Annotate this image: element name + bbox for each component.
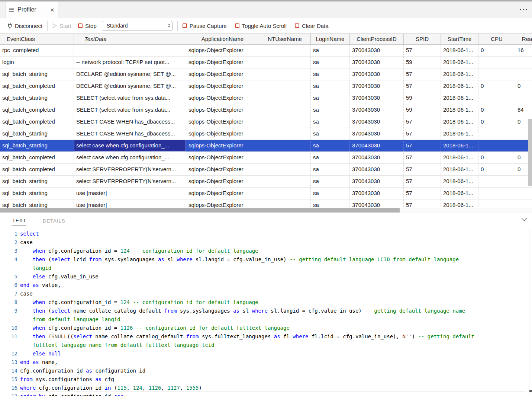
table-row[interactable]: sql_batch_startingSELECT CASE WHEN has_d… bbox=[0, 128, 532, 140]
table-cell[interactable]: sqlops-ObjectExplorer bbox=[186, 45, 259, 56]
table-cell[interactable]: 370043030 bbox=[350, 116, 404, 128]
table-cell[interactable] bbox=[259, 68, 311, 80]
table-cell[interactable]: sqlops-ObjectExplorer bbox=[186, 128, 259, 140]
table-cell[interactable]: sqlops-ObjectExplorer bbox=[186, 188, 259, 199]
table-cell[interactable]: 0 bbox=[478, 116, 515, 128]
table-row[interactable]: sql_batch_completedSELECT (select value … bbox=[0, 104, 532, 116]
toggle-auto-scroll-button[interactable]: Toggle Auto Scroll bbox=[235, 23, 287, 29]
table-row[interactable]: sql_batch_startingselect SERVERPROPERTY(… bbox=[0, 176, 532, 188]
column-header-textdata[interactable]: TextData bbox=[74, 34, 186, 44]
table-cell[interactable]: sa bbox=[311, 104, 350, 116]
table-cell[interactable]: 57 bbox=[404, 128, 441, 140]
table-cell[interactable]: sql_batch_starting bbox=[0, 92, 74, 104]
pause-capture-button[interactable]: Pause Capture bbox=[183, 23, 227, 29]
table-cell[interactable]: select case when cfg.configuration_... bbox=[74, 140, 186, 151]
table-cell[interactable]: select SERVERPROPERTY(N'servern... bbox=[74, 164, 186, 175]
table-cell[interactable]: sql_batch_starting bbox=[0, 128, 74, 140]
table-cell[interactable] bbox=[259, 128, 311, 140]
table-cell[interactable] bbox=[259, 45, 311, 56]
table-cell[interactable]: 2018-06-1... bbox=[441, 140, 478, 151]
table-cell[interactable] bbox=[478, 176, 515, 187]
editor-scrollbar-thumb[interactable] bbox=[529, 390, 532, 392]
table-cell[interactable]: 2018-06-1... bbox=[441, 92, 478, 104]
table-cell[interactable] bbox=[478, 68, 515, 80]
table-cell[interactable] bbox=[515, 92, 532, 104]
table-cell[interactable]: sql_batch_starting bbox=[0, 140, 74, 151]
column-header-cpu[interactable]: CPU bbox=[478, 34, 515, 44]
table-cell[interactable]: 370043030 bbox=[350, 164, 404, 175]
table-cell[interactable]: sqlops-ObjectExplorer bbox=[186, 176, 259, 187]
table-cell[interactable]: 57 bbox=[404, 140, 441, 151]
table-cell[interactable]: 370043030 bbox=[350, 176, 404, 187]
table-cell[interactable]: 16 bbox=[515, 45, 532, 56]
table-cell[interactable]: 2018-06-1... bbox=[441, 128, 478, 140]
table-cell[interactable]: DECLARE @edition sysname; SET @... bbox=[74, 80, 186, 92]
column-header-spid[interactable]: SPID bbox=[404, 34, 441, 44]
column-header-starttime[interactable]: StartTime bbox=[441, 34, 478, 44]
close-icon[interactable]: × bbox=[50, 6, 54, 13]
table-cell[interactable]: 2018-06-1... bbox=[441, 80, 478, 92]
table-cell[interactable]: sa bbox=[311, 128, 350, 140]
horizontal-scrollbar-track[interactable] bbox=[0, 208, 532, 213]
table-row[interactable]: sql_batch_completedDECLARE @edition sysn… bbox=[0, 80, 532, 92]
table-cell[interactable]: 370043030 bbox=[350, 152, 404, 163]
table-cell[interactable]: sa bbox=[311, 68, 350, 80]
table-cell[interactable]: 2018-06-1... bbox=[441, 68, 478, 80]
table-cell[interactable] bbox=[515, 68, 532, 80]
table-cell[interactable] bbox=[259, 140, 311, 151]
table-cell[interactable]: sa bbox=[311, 188, 350, 199]
table-cell[interactable]: 59 bbox=[404, 57, 441, 68]
table-cell[interactable]: 2018-06-1... bbox=[441, 176, 478, 187]
table-cell[interactable]: 0 bbox=[478, 45, 515, 56]
table-cell[interactable]: sqlops-ObjectExplorer bbox=[186, 152, 259, 163]
table-row[interactable]: sql_batch_startingSELECT (select value f… bbox=[0, 92, 532, 104]
table-cell[interactable] bbox=[259, 57, 311, 68]
column-header-applicationname[interactable]: ApplicationName bbox=[186, 34, 259, 44]
table-cell[interactable]: 57 bbox=[404, 152, 441, 163]
table-cell[interactable] bbox=[478, 188, 515, 199]
chevron-down-icon[interactable] bbox=[521, 218, 528, 221]
table-cell[interactable]: sql_batch_completed bbox=[0, 116, 74, 128]
table-cell[interactable]: 370043030 bbox=[350, 140, 404, 151]
table-cell[interactable]: sqlops-ObjectExplorer bbox=[186, 92, 259, 104]
table-cell[interactable]: 57 bbox=[404, 45, 441, 56]
stop-button[interactable]: Stop bbox=[78, 23, 97, 29]
table-cell[interactable]: 0 bbox=[478, 152, 515, 163]
table-cell[interactable]: login bbox=[0, 57, 74, 68]
table-cell[interactable]: 370043030 bbox=[350, 128, 404, 140]
table-cell[interactable]: 59 bbox=[404, 92, 441, 104]
table-cell[interactable]: 57 bbox=[404, 176, 441, 187]
table-cell[interactable]: sql_batch_starting bbox=[0, 176, 74, 187]
table-cell[interactable]: 0 bbox=[478, 80, 515, 92]
table-cell[interactable]: sql_batch_completed bbox=[0, 164, 74, 175]
table-cell[interactable]: sql_batch_starting bbox=[0, 68, 74, 80]
table-cell[interactable] bbox=[259, 104, 311, 116]
table-row[interactable]: rpc_completedsqlops-ObjectExplorersa3700… bbox=[0, 45, 532, 57]
table-cell[interactable]: DECLARE @edition sysname; SET @... bbox=[74, 68, 186, 80]
table-cell[interactable]: sa bbox=[311, 164, 350, 175]
table-cell[interactable]: sql_batch_completed bbox=[0, 104, 74, 116]
table-cell[interactable]: 370043030 bbox=[350, 92, 404, 104]
column-header-clientprocessid[interactable]: ClientProcessID bbox=[350, 34, 404, 44]
table-cell[interactable] bbox=[259, 92, 311, 104]
table-cell[interactable]: 2018-06-1... bbox=[441, 188, 478, 199]
column-header-reads[interactable]: Reads bbox=[515, 34, 532, 44]
table-cell[interactable] bbox=[478, 57, 515, 68]
table-cell[interactable]: 370043030 bbox=[350, 104, 404, 116]
table-cell[interactable] bbox=[478, 92, 515, 104]
table-row-selected[interactable]: sql_batch_startingselect case when cfg.c… bbox=[0, 140, 532, 152]
table-cell[interactable] bbox=[478, 128, 515, 140]
tab-details[interactable]: DETAILS bbox=[43, 217, 65, 225]
table-cell[interactable]: use [master] bbox=[74, 188, 186, 199]
table-cell[interactable]: 57 bbox=[404, 80, 441, 92]
vertical-scrollbar[interactable] bbox=[528, 119, 532, 186]
table-cell[interactable]: 59 bbox=[404, 104, 441, 116]
table-row[interactable]: sql_batch_completedselect case when cfg.… bbox=[0, 152, 532, 164]
table-cell[interactable]: sql_batch_starting bbox=[0, 188, 74, 199]
table-cell[interactable]: sqlops-ObjectExplorer bbox=[186, 164, 259, 175]
table-cell[interactable]: sqlops-ObjectExplorer bbox=[186, 104, 259, 116]
table-cell[interactable]: 370043030 bbox=[350, 188, 404, 199]
table-cell[interactable]: sa bbox=[311, 92, 350, 104]
table-cell[interactable] bbox=[259, 80, 311, 92]
table-cell[interactable]: 2018-06-1... bbox=[441, 57, 478, 68]
